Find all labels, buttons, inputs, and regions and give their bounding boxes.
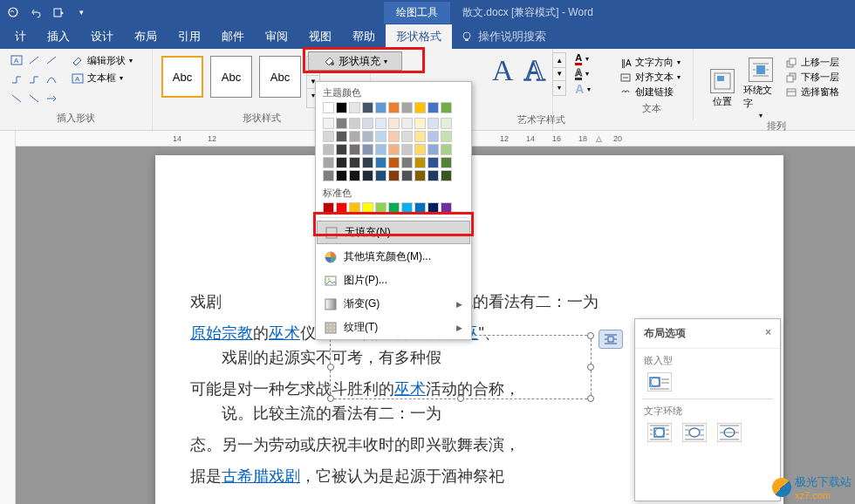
color-swatch[interactable] [362, 202, 373, 214]
text-effects-button[interactable]: A▾ [575, 82, 591, 96]
color-swatch[interactable] [323, 144, 334, 155]
tab-insert[interactable]: 插入 [37, 24, 80, 49]
color-swatch[interactable] [323, 157, 334, 168]
wrap-inline-icon[interactable] [647, 372, 672, 392]
shape-line-icon[interactable] [26, 54, 42, 66]
color-swatch[interactable] [349, 170, 360, 181]
color-swatch[interactable] [349, 144, 360, 155]
color-swatch[interactable] [362, 157, 373, 168]
resize-handle-se[interactable] [587, 395, 594, 402]
color-swatch[interactable] [401, 202, 413, 214]
color-swatch[interactable] [362, 102, 373, 113]
color-swatch[interactable] [428, 118, 439, 129]
color-swatch[interactable] [401, 102, 413, 113]
redo-icon[interactable] [52, 6, 65, 18]
link-wushu1[interactable]: 巫术 [269, 324, 300, 342]
color-swatch[interactable] [349, 157, 360, 168]
resize-handle-s[interactable] [457, 395, 464, 402]
color-swatch[interactable] [349, 118, 360, 129]
resize-handle-sw[interactable] [327, 395, 334, 402]
color-swatch[interactable] [441, 131, 452, 142]
text-fill-button[interactable]: A▾ [575, 52, 591, 65]
shape-line4-icon[interactable] [26, 92, 42, 105]
color-swatch[interactable] [323, 202, 334, 214]
shape-line3-icon[interactable] [9, 92, 24, 105]
color-swatch[interactable] [375, 170, 386, 181]
color-swatch[interactable] [388, 131, 400, 142]
color-swatch[interactable] [388, 118, 400, 129]
color-swatch[interactable] [414, 157, 426, 168]
color-swatch[interactable] [441, 202, 452, 214]
wrap-tight-icon[interactable] [682, 423, 707, 442]
color-swatch[interactable] [362, 131, 373, 142]
shape-fill-button[interactable]: 形状填充 ▾ [308, 51, 402, 71]
color-swatch[interactable] [375, 131, 386, 142]
color-swatch[interactable] [388, 202, 400, 214]
shape-arrow-icon[interactable] [44, 92, 59, 105]
color-swatch[interactable] [323, 170, 334, 181]
shape-style-1[interactable]: Abc [161, 56, 203, 98]
color-swatch[interactable] [401, 157, 413, 168]
wordart-outline-A[interactable]: A [524, 54, 546, 94]
tab-layout[interactable]: 布局 [124, 24, 168, 49]
color-swatch[interactable] [441, 144, 452, 155]
color-swatch[interactable] [362, 144, 373, 155]
color-swatch[interactable] [428, 131, 439, 142]
color-swatch[interactable] [414, 102, 426, 113]
color-swatch[interactable] [375, 144, 386, 155]
color-swatch[interactable] [336, 144, 347, 155]
wa-gallery-down-icon[interactable]: ▼ [553, 68, 565, 81]
shape-style-2[interactable]: Abc [210, 56, 252, 98]
color-swatch[interactable] [401, 170, 413, 181]
color-swatch[interactable] [336, 170, 347, 181]
shape-style-3[interactable]: Abc [259, 56, 301, 98]
picture-fill-item[interactable]: 图片(P)... [316, 269, 471, 292]
shapes-gallery[interactable]: A [7, 52, 61, 112]
color-swatch[interactable] [323, 102, 334, 113]
color-swatch[interactable] [428, 170, 439, 181]
textbox-button[interactable]: A文本框▾ [68, 70, 136, 86]
ruler-indent-marker[interactable]: △ [596, 134, 602, 143]
save-icon[interactable] [7, 6, 19, 18]
wa-gallery-more-icon[interactable]: ▾ [553, 81, 565, 94]
color-swatch[interactable] [388, 102, 400, 113]
send-backward-button[interactable]: 下移一层 [785, 71, 839, 84]
create-link-button[interactable]: 创建链接 [619, 85, 684, 99]
color-swatch[interactable] [349, 202, 360, 214]
tab-help[interactable]: 帮助 [342, 24, 386, 49]
undo-icon[interactable] [30, 6, 42, 18]
wrap-through-icon[interactable] [717, 423, 742, 442]
color-swatch[interactable] [336, 118, 347, 129]
color-swatch[interactable] [349, 102, 360, 113]
resize-handle-w[interactable] [327, 364, 334, 371]
link-yuanshi[interactable]: 原始宗教 [190, 324, 253, 342]
align-text-button[interactable]: 对齐文本▾ [619, 71, 684, 84]
color-swatch[interactable] [336, 202, 347, 214]
wordart-fill-A[interactable]: A [492, 54, 514, 94]
color-swatch[interactable] [428, 157, 439, 168]
color-swatch[interactable] [388, 157, 400, 168]
color-swatch[interactable] [441, 157, 452, 168]
color-swatch[interactable] [414, 131, 426, 142]
shape-selection[interactable] [330, 335, 592, 399]
tab-file[interactable]: 计 [4, 24, 37, 49]
shape-elbow2-icon[interactable] [26, 73, 42, 85]
color-swatch[interactable] [441, 102, 452, 113]
color-swatch[interactable] [414, 170, 426, 181]
shape-elbow-icon[interactable] [9, 73, 24, 85]
text-outline-button[interactable]: A▾ [575, 67, 591, 80]
color-swatch[interactable] [375, 202, 386, 214]
color-swatch[interactable] [401, 118, 413, 129]
color-swatch[interactable] [375, 118, 386, 129]
color-swatch[interactable] [349, 131, 360, 142]
color-swatch[interactable] [414, 118, 426, 129]
color-swatch[interactable] [401, 131, 413, 142]
wa-gallery-up-icon[interactable]: ▲ [553, 55, 565, 68]
shape-line2-icon[interactable] [44, 54, 59, 66]
edit-shape-button[interactable]: 编辑形状▾ [68, 52, 136, 69]
color-swatch[interactable] [414, 202, 426, 214]
tab-shape-format[interactable]: 形状格式 [386, 24, 452, 49]
color-swatch[interactable] [336, 131, 347, 142]
tab-mailings[interactable]: 邮件 [211, 24, 255, 49]
text-direction-button[interactable]: ‖A文字方向▾ [619, 56, 684, 69]
